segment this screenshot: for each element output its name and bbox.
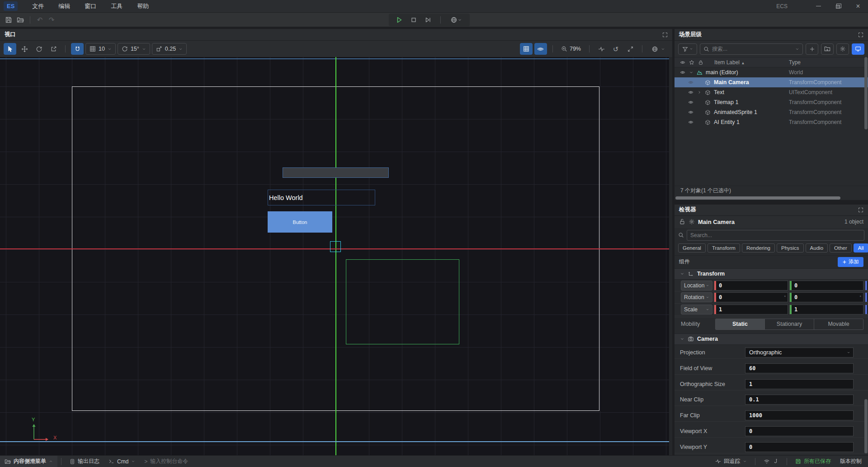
location-x-field[interactable] — [714, 281, 788, 291]
tab-audio[interactable]: Audio — [806, 243, 828, 253]
viewport-y-input[interactable] — [745, 444, 853, 450]
visibility-toggle[interactable] — [686, 100, 695, 105]
runtime-view-toggle[interactable] — [852, 43, 864, 55]
selected-object-handle[interactable] — [330, 241, 341, 252]
inspector-search-input[interactable] — [690, 232, 861, 238]
visibility-toggle[interactable] — [686, 90, 695, 95]
hierarchy-row-main[interactable]: main (Editor) World — [675, 67, 868, 77]
hierarchy-search[interactable] — [700, 43, 803, 55]
stats-button[interactable] — [595, 43, 608, 55]
tilemap-outline[interactable] — [346, 259, 459, 344]
visibility-toggle[interactable] — [686, 119, 695, 125]
orthographic-size-input[interactable] — [745, 381, 853, 387]
select-tool-button[interactable] — [4, 43, 16, 55]
expander[interactable] — [687, 70, 695, 75]
rotation-x-field[interactable]: ° — [714, 292, 788, 302]
visibility-toggle[interactable] — [686, 80, 695, 85]
hierarchy-row-main-camera[interactable]: Main Camera TransformComponent — [675, 77, 868, 87]
content-drawer-button[interactable]: 内容侧滑菜单 — [0, 456, 57, 467]
transform-tool-button[interactable] — [47, 43, 60, 55]
filter-dropdown[interactable] — [678, 43, 697, 55]
scene-canvas[interactable]: Hello World Button Y X — [0, 57, 672, 455]
scale-mode-dropdown[interactable]: Scale — [681, 305, 712, 315]
camera-section-header[interactable]: Camera — [675, 334, 868, 345]
inspector-vscrollbar[interactable] — [864, 399, 868, 453]
column-type[interactable]: Type — [789, 59, 801, 66]
rotation-mode-dropdown[interactable]: Rotation — [681, 292, 712, 302]
column-item-label[interactable]: Item Label ▲ — [714, 59, 745, 66]
orthographic-size-field[interactable] — [745, 379, 854, 389]
step-button[interactable] — [422, 14, 434, 25]
lock-open-icon[interactable] — [679, 219, 685, 225]
scale-x-input[interactable] — [716, 306, 788, 313]
mobility-static[interactable]: Static — [716, 319, 765, 329]
field-of-view-field[interactable] — [745, 363, 854, 373]
tab-general[interactable]: General — [678, 243, 706, 253]
tab-physics[interactable]: Physics — [777, 243, 804, 253]
undo-button[interactable]: ↶ — [34, 14, 46, 25]
menu-edit[interactable]: 编辑 — [52, 0, 76, 13]
mobility-movable[interactable]: Movable — [814, 319, 863, 329]
expand-panel-icon[interactable] — [858, 207, 863, 213]
rotation-y-input[interactable] — [792, 294, 863, 300]
show-gizmos-toggle[interactable] — [534, 43, 547, 55]
output-log-button[interactable]: 输出日志 — [65, 456, 104, 467]
show-grid-toggle[interactable] — [520, 43, 533, 55]
version-control-button[interactable]: 版本控制 — [835, 457, 868, 465]
play-button[interactable] — [393, 14, 405, 25]
open-button[interactable] — [14, 14, 26, 25]
menu-help[interactable]: 帮助 — [131, 0, 155, 13]
scrollbar-thumb[interactable] — [675, 196, 840, 200]
close-button[interactable]: × — [848, 0, 868, 13]
maximize-button[interactable] — [828, 0, 848, 13]
network-status[interactable] — [759, 458, 783, 465]
scale-x-field[interactable] — [714, 305, 788, 315]
hierarchy-row-tilemap[interactable]: Tilemap 1 TransformComponent — [675, 97, 868, 107]
location-y-field[interactable] — [789, 281, 863, 291]
visibility-toggle[interactable] — [678, 70, 687, 75]
reset-view-button[interactable]: ↺ — [609, 43, 622, 55]
location-mode-dropdown[interactable]: Location — [681, 281, 712, 291]
save-status[interactable]: 所有已保存 — [791, 457, 835, 465]
snap-toggle-button[interactable] — [71, 43, 84, 55]
scale-z-field[interactable] — [865, 305, 868, 315]
stop-button[interactable] — [408, 14, 420, 25]
menu-tools[interactable]: 工具 — [104, 0, 129, 13]
transform-section-header[interactable]: Transform — [675, 268, 868, 280]
location-y-input[interactable] — [792, 282, 863, 289]
view-mode-dropdown[interactable] — [648, 43, 669, 55]
near-clip-input[interactable] — [745, 396, 853, 403]
scale-y-field[interactable] — [789, 305, 863, 315]
hierarchy-row-ai-entity[interactable]: AI Entity 1 TransformComponent — [675, 117, 868, 127]
hierarchy-search-input[interactable] — [712, 46, 793, 52]
menu-window[interactable]: 窗口 — [78, 0, 103, 13]
button-object[interactable]: Button — [268, 211, 332, 233]
tab-other[interactable]: Other — [830, 243, 852, 253]
near-clip-field[interactable] — [745, 395, 854, 405]
viewport-x-field[interactable] — [745, 426, 854, 436]
location-z-field[interactable] — [865, 281, 868, 291]
visibility-toggle[interactable] — [686, 110, 695, 115]
location-x-input[interactable] — [716, 282, 788, 289]
add-entity-button[interactable] — [806, 43, 818, 55]
cmd-dropdown[interactable]: Cmd — [104, 456, 140, 467]
redo-button[interactable]: ↷ — [46, 14, 57, 25]
minimize-button[interactable] — [808, 0, 828, 13]
ui-panel-object[interactable] — [283, 167, 389, 178]
rotation-y-field[interactable]: ° — [789, 292, 863, 302]
fullscreen-button[interactable] — [624, 43, 637, 55]
expand-panel-icon[interactable] — [858, 32, 863, 38]
scale-y-input[interactable] — [792, 306, 863, 313]
rotate-snap-dropdown[interactable]: 15° — [118, 43, 150, 55]
backtrace-dropdown[interactable]: 回追踪 — [711, 457, 751, 465]
grid-snap-dropdown[interactable]: 10 — [85, 43, 116, 55]
rotation-x-input[interactable] — [716, 294, 788, 300]
expander[interactable] — [695, 90, 703, 95]
tab-rendering[interactable]: Rendering — [742, 243, 775, 253]
projection-dropdown[interactable]: Orthographic — [745, 348, 854, 357]
new-folder-button[interactable] — [821, 43, 834, 55]
zoom-control[interactable]: 79% — [558, 46, 584, 52]
expand-panel-icon[interactable] — [662, 32, 668, 38]
gear-icon[interactable] — [689, 219, 695, 225]
hierarchy-vscrollbar[interactable] — [864, 57, 868, 129]
